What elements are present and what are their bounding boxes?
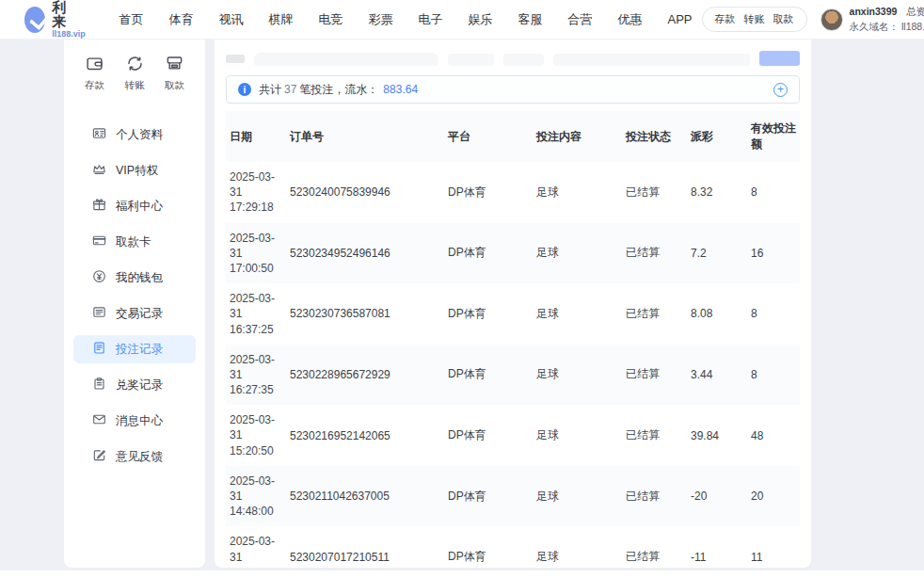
sidebar-item-3[interactable]: 福利中心 [73,192,196,220]
column-header: 有效投注额 [747,111,800,162]
column-header: 日期 [226,111,286,162]
cell-bet-status: 已结算 [622,283,687,345]
nav-item-9[interactable]: 客服 [518,11,543,28]
summary-middle: 笔投注，流水： [299,82,378,98]
user-summary: anxin3399总资产： 1363.49元 [850,5,924,19]
cell-order-number: 5230228965672929 [286,345,444,406]
table-row: 2025-03-3116:27:35 5230228965672929 DP体育… [226,345,800,406]
cell-valid-amount: 11 [747,526,800,568]
cell-valid-amount: 8 [747,345,800,406]
info-icon: i [238,83,251,96]
sidebar-item-9[interactable]: 消息中心 [73,407,196,435]
user-box[interactable]: anxin3399总资产： 1363.49元 永久域名： ll188.vip |… [820,5,924,34]
cell-order-number: 5230207017210511 [286,526,444,568]
nav-item-4[interactable]: 棋牌 [269,11,294,28]
cell-platform: DP体育 [444,283,533,345]
query-button[interactable] [759,51,800,66]
main-panel: i 共计 37 笔投注，流水： 883.64 + 日期订单号平台投注内容投注状态… [215,40,811,568]
sidebar-item-label: VIP特权 [116,163,158,179]
total-assets: 总资产： 1363.49元 [906,6,924,17]
nav-item-12[interactable]: APP [668,12,693,26]
nav-item-1[interactable]: 首页 [119,11,144,28]
cell-date: 2025-03-3116:37:25 [230,291,282,337]
column-header: 投注状态 [622,111,687,162]
cell-bet-content: 足球 [533,466,622,527]
footer-strip [0,570,924,578]
nav-item-8[interactable]: 娱乐 [469,11,493,28]
sidebar-item-6[interactable]: 交易记录 [73,299,196,328]
bank-card-icon [92,233,106,250]
summary-bar: i 共计 37 笔投注，流水： 883.64 + [226,75,800,104]
sidebar-item-5[interactable]: 我的钱包 [73,264,196,292]
nav-item-10[interactable]: 合营 [568,11,593,28]
summary-amount: 883.64 [383,83,418,96]
sidebar-item-1[interactable]: 个人资料 [73,120,196,149]
cell-payout: 39.84 [687,405,747,466]
cell-valid-amount: 8 [747,283,800,345]
cell-bet-status: 已结算 [622,405,687,466]
cell-valid-amount: 48 [747,405,800,466]
column-header: 平台 [444,111,533,162]
nav-item-7[interactable]: 电子 [419,11,443,28]
sidebar-item-label: 取款卡 [116,234,151,250]
sidebar: 存款 转账 取款 个人资料 VIP特权 福利中心 取款卡 我的钱包 交易记录 投… [64,40,205,568]
cell-date: 2025-03-3117:00:50 [230,231,282,277]
cell-valid-amount: 16 [747,223,800,284]
quick-action-2[interactable]: 转账 [125,55,145,92]
sidebar-item-2[interactable]: VIP特权 [73,156,196,185]
table-row: 2025-03-3114:48:00 5230211042637005 DP体育… [226,466,800,527]
table-header-row: 日期订单号平台投注内容投注状态派彩有效投注额 [226,111,800,162]
filter-segment-1[interactable] [448,54,494,66]
quick-action-1[interactable]: 存款 [85,55,104,92]
permanent-domain: 永久域名： ll188.vip | ll188.... [850,20,924,34]
table-row: 2025-03-3117:00:50 5230234952496146 DP体育… [226,223,800,284]
cell-bet-status: 已结算 [622,466,687,527]
cell-platform: DP体育 [444,405,533,466]
sidebar-menu: 个人资料 VIP特权 福利中心 取款卡 我的钱包 交易记录 投注记录 兑奖记录 … [64,105,205,486]
quick-action-label: 存款 [85,79,104,92]
sidebar-item-label: 个人资料 [116,127,163,143]
plus-circle-icon[interactable]: + [773,83,788,97]
table-row: 2025-03-3116:37:25 5230230736587081 DP体育… [226,283,800,345]
pill-action-1[interactable]: 存款 [715,12,736,26]
sidebar-item-8[interactable]: 兑奖记录 [73,371,196,399]
betting-records-table: 日期订单号平台投注内容投注状态派彩有效投注额 2025-03-3117:29:1… [226,111,800,568]
pill-action-2[interactable]: 转账 [744,12,765,26]
pill-action-3[interactable]: 取款 [773,12,794,26]
cell-bet-status: 已结算 [622,526,687,568]
feedback-icon [92,448,106,465]
nav-item-2[interactable]: 体育 [169,11,194,28]
cell-payout: 7.2 [687,223,747,284]
username: anxin3399 [850,6,898,17]
sidebar-item-10[interactable]: 意见反馈 [73,442,196,471]
avatar[interactable] [820,8,843,31]
sidebar-item-label: 兑奖记录 [116,377,163,393]
nav-item-11[interactable]: 优惠 [618,11,643,28]
redeem-records-icon [92,377,106,393]
cell-platform: DP体育 [444,526,533,568]
date-range-input[interactable] [254,53,438,66]
sidebar-item-label: 投注记录 [116,342,163,358]
sidebar-item-4[interactable]: 取款卡 [73,228,196,256]
filter-bar-clipped [226,41,800,66]
quick-action-3[interactable]: 取款 [165,55,184,92]
cell-bet-content: 足球 [533,223,622,284]
logo-name: 利 来 [52,0,90,28]
cell-valid-amount: 8 [747,162,800,223]
logo-icon [24,7,45,33]
nav-item-3[interactable]: 视讯 [219,11,244,28]
cell-date: 2025-03-3115:20:50 [230,412,282,458]
betting-records-icon [92,341,106,358]
nav-item-5[interactable]: 电竞 [319,11,343,28]
cell-platform: DP体育 [444,345,533,406]
vip-crown-icon [92,162,106,179]
sidebar-item-7[interactable]: 投注记录 [73,335,196,363]
nav-item-6[interactable]: 彩票 [369,11,393,28]
filter-segment-2[interactable] [503,54,544,66]
site-logo[interactable]: 利 来 ll188.vip [24,0,91,39]
cell-order-number: 5230216952142065 [286,405,444,466]
cell-bet-status: 已结算 [622,345,687,406]
filter-segment-group[interactable] [553,54,751,66]
table-row: 2025-03-3117:29:18 5230240075839946 DP体育… [226,162,800,223]
sidebar-item-label: 福利中心 [116,199,163,215]
